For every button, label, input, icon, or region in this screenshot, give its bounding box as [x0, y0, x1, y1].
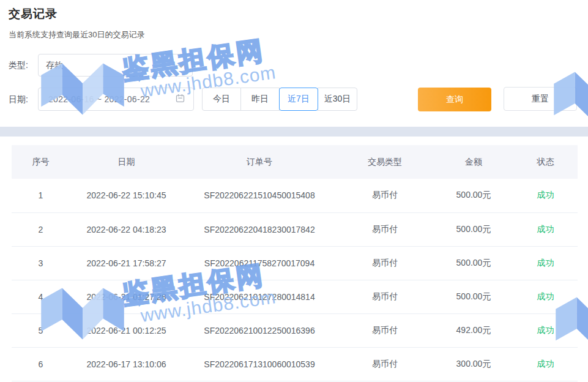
- cell-amount: 300.00元: [434, 347, 513, 381]
- search-button[interactable]: 查询: [418, 88, 491, 111]
- page-title: 交易记录: [9, 6, 58, 22]
- cell-date: 2022-06-22 04:18:23: [70, 212, 183, 246]
- cell-order: SF202206210012250016396: [183, 313, 336, 347]
- cell-date: 2022-06-17 13:10:06: [70, 347, 183, 381]
- cell-amount: 492.00元: [434, 313, 513, 347]
- table-header-row: 序号 日期 订单号 交易类型 金额 状态: [12, 145, 578, 179]
- cell-amount: 500.00元: [434, 212, 513, 246]
- cell-type: 易币付: [336, 212, 434, 246]
- status-badge: 成功: [513, 313, 578, 347]
- page-subtitle: 当前系统支持查询最近30日的交易记录: [9, 29, 144, 40]
- cell-type: 易币付: [336, 313, 434, 347]
- table-row: 1 2022-06-22 15:10:45 SF2022062215104500…: [12, 179, 578, 212]
- cell-date: 2022-06-21 17:58:27: [70, 246, 183, 280]
- transaction-records-page: 交易记录 当前系统支持查询最近30日的交易记录 类型: 存款 日期: 2022-…: [0, 0, 588, 382]
- cell-no: 5: [12, 313, 70, 347]
- cell-no: 6: [12, 347, 70, 381]
- cell-order: SF202206211758270017094: [183, 246, 336, 280]
- date-label: 日期:: [9, 88, 28, 111]
- col-header-type: 交易类型: [336, 145, 434, 179]
- cell-type: 易币付: [336, 347, 434, 381]
- reset-button[interactable]: 重置: [504, 87, 577, 111]
- table-row: 2 2022-06-22 04:18:23 SF2022062204182300…: [12, 212, 578, 246]
- type-select[interactable]: 存款: [38, 54, 193, 77]
- table-row: 3 2022-06-21 17:58:27 SF2022062117582700…: [12, 246, 578, 280]
- calendar-icon: [176, 94, 185, 105]
- status-badge: 成功: [513, 179, 578, 212]
- cell-order: SF202206171310060010539: [183, 347, 336, 381]
- quick-range-30days[interactable]: 近30日: [318, 88, 357, 111]
- quick-range-7days[interactable]: 近7日: [279, 88, 318, 111]
- cell-date: 2022-06-21 01:27:28: [70, 280, 183, 313]
- type-label: 类型:: [9, 54, 28, 77]
- table-row: 5 2022-06-21 00:12:25 SF2022062100122500…: [12, 313, 578, 347]
- type-select-value: 存款: [46, 60, 177, 71]
- cell-no: 1: [12, 179, 70, 212]
- cell-no: 3: [12, 246, 70, 280]
- col-header-order: 订单号: [183, 145, 336, 179]
- cell-no: 4: [12, 280, 70, 313]
- cell-amount: 500.00元: [434, 280, 513, 313]
- cell-order: SF202206210127280014814: [183, 280, 336, 313]
- quick-range-yesterday[interactable]: 昨日: [240, 88, 280, 111]
- status-badge: 成功: [513, 246, 578, 280]
- cell-no: 2: [12, 212, 70, 246]
- status-badge: 成功: [513, 280, 578, 313]
- table-row: 6 2022-06-17 13:10:06 SF2022061713100600…: [12, 347, 578, 381]
- cell-order: SF202206221510450015408: [183, 179, 336, 212]
- quick-range-group: 今日 昨日 近7日 近30日: [202, 88, 357, 111]
- cell-amount: 500.00元: [434, 246, 513, 280]
- cell-type: 易币付: [336, 280, 434, 313]
- col-header-amount: 金额: [434, 145, 513, 179]
- status-badge: 成功: [513, 347, 578, 381]
- table-row: 4 2022-06-21 01:27:28 SF2022062101272800…: [12, 280, 578, 313]
- status-badge: 成功: [513, 212, 578, 246]
- cell-type: 易币付: [336, 179, 434, 212]
- col-header-status: 状态: [513, 145, 578, 179]
- cell-order: SF202206220418230017842: [183, 212, 336, 246]
- quick-range-today[interactable]: 今日: [202, 88, 241, 111]
- cell-type: 易币付: [336, 246, 434, 280]
- section-divider: [0, 127, 588, 137]
- transactions-table: 序号 日期 订单号 交易类型 金额 状态 1 2022-06-22 15:10:…: [12, 145, 578, 381]
- cell-date: 2022-06-21 00:12:25: [70, 313, 183, 347]
- cell-date: 2022-06-22 15:10:45: [70, 179, 183, 212]
- cell-amount: 500.00元: [434, 179, 513, 212]
- col-header-no: 序号: [12, 145, 70, 179]
- col-header-date: 日期: [70, 145, 183, 179]
- date-range-input[interactable]: 2022-06-16 ~ 2022-06-22: [38, 88, 194, 111]
- chevron-down-icon: [177, 60, 185, 71]
- date-range-value: 2022-06-16 ~ 2022-06-22: [48, 94, 176, 104]
